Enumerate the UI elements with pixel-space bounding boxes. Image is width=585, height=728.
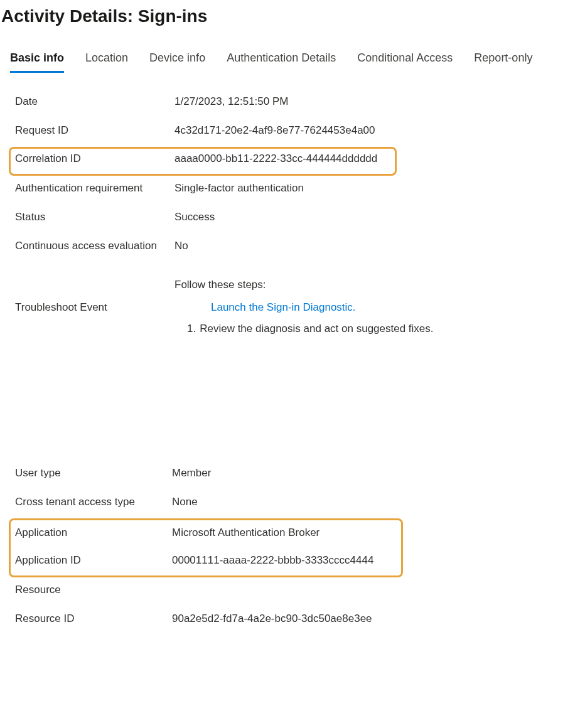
page-title: Activity Details: Sign-ins — [1, 6, 584, 26]
value-application: Microsoft Authentication Broker — [172, 527, 319, 539]
tab-location[interactable]: Location — [85, 51, 128, 73]
label-auth-requirement: Authentication requirement — [15, 182, 174, 195]
row-application: Application Microsoft Authentication Bro… — [15, 520, 401, 548]
row-troubleshoot: Troubleshoot Event Follow these steps: L… — [15, 279, 584, 335]
launch-diagnostic-link[interactable]: Launch the Sign-in Diagnostic. — [211, 301, 356, 314]
row-cae: Continuous access evaluation No — [15, 233, 584, 262]
section-gap — [1, 335, 584, 461]
label-cross-tenant: Cross tenant access type — [15, 496, 172, 508]
label-resource: Resource — [15, 584, 172, 596]
tab-report-only[interactable]: Report-only — [474, 51, 532, 73]
value-correlation-id: aaaa0000-bb11-2222-33cc-444444dddddd — [174, 153, 377, 165]
label-request-id: Request ID — [15, 124, 174, 137]
highlight-correlation-id: Correlation ID aaaa0000-bb11-2222-33cc-4… — [9, 147, 397, 176]
row-resource-id: Resource ID 90a2e5d2-fd7a-4a2e-bc90-3dc5… — [15, 606, 584, 635]
step-text: Review the diagnosis and act on suggeste… — [200, 323, 433, 335]
row-auth-requirement: Authentication requirement Single-factor… — [15, 176, 584, 205]
value-user-type: Member — [172, 467, 211, 479]
label-resource-id: Resource ID — [15, 613, 172, 625]
value-application-id: 00001111-aaaa-2222-bbbb-3333cccc4444 — [172, 554, 373, 567]
tab-basic-info[interactable]: Basic info — [10, 51, 64, 73]
label-application: Application — [15, 527, 172, 539]
label-application-id: Application ID — [15, 554, 172, 567]
label-troubleshoot: Troubleshoot Event — [15, 279, 174, 314]
row-correlation-id: Correlation ID aaaa0000-bb11-2222-33cc-4… — [15, 149, 395, 174]
row-cross-tenant: Cross tenant access type None — [15, 490, 584, 518]
value-date: 1/27/2023, 12:51:50 PM — [174, 95, 288, 108]
value-resource-id: 90a2e5d2-fd7a-4a2e-bc90-3dc50ae8e3ee — [172, 613, 372, 625]
row-user-type: User type Member — [15, 461, 584, 490]
label-user-type: User type — [15, 467, 172, 479]
tab-authentication-details[interactable]: Authentication Details — [227, 51, 336, 73]
label-status: Status — [15, 211, 174, 223]
label-cae: Continuous access evaluation — [15, 240, 174, 252]
tab-device-info[interactable]: Device info — [149, 51, 205, 73]
details-section-2: User type Member Cross tenant access typ… — [1, 461, 584, 635]
value-cae: No — [174, 240, 188, 252]
value-cross-tenant: None — [172, 496, 198, 508]
troubleshoot-step-1: 1.Review the diagnosis and act on sugges… — [187, 323, 434, 335]
value-status: Success — [174, 211, 215, 223]
row-application-id: Application ID 00001111-aaaa-2222-bbbb-3… — [15, 548, 401, 575]
highlight-application: Application Microsoft Authentication Bro… — [9, 518, 403, 577]
row-request-id: Request ID 4c32d171-20e2-4af9-8e77-76244… — [15, 118, 584, 147]
row-status: Status Success — [15, 205, 584, 233]
tab-conditional-access[interactable]: Conditional Access — [357, 51, 453, 73]
step-number: 1. — [187, 323, 196, 335]
row-resource: Resource — [15, 577, 584, 606]
tab-bar: Basic info Location Device info Authenti… — [1, 51, 584, 73]
label-date: Date — [15, 95, 174, 108]
row-date: Date 1/27/2023, 12:51:50 PM — [15, 89, 584, 118]
value-request-id: 4c32d171-20e2-4af9-8e77-7624453e4a00 — [174, 124, 375, 137]
details-section-1: Date 1/27/2023, 12:51:50 PM Request ID 4… — [1, 89, 584, 335]
label-correlation-id: Correlation ID — [15, 153, 174, 165]
troubleshoot-content: Follow these steps: Launch the Sign-in D… — [174, 279, 434, 335]
value-auth-requirement: Single-factor authentication — [174, 182, 304, 195]
troubleshoot-intro: Follow these steps: — [174, 279, 434, 291]
